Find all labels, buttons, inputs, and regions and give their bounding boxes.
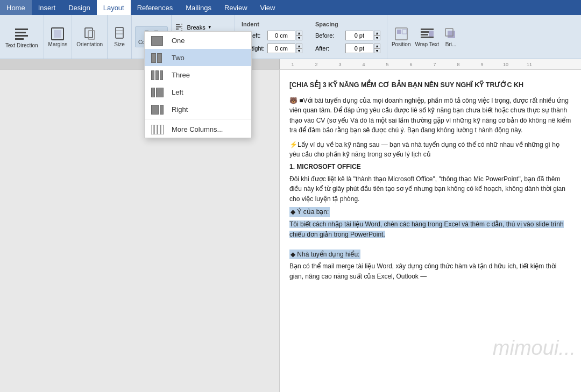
svg-rect-2 bbox=[15, 35, 28, 37]
menu-bar: Home Insert Design Layout References Mai… bbox=[0, 0, 581, 15]
indent-right-input[interactable] bbox=[267, 44, 295, 53]
spacing-before-up[interactable]: ▲ bbox=[374, 31, 380, 35]
doc-title: [CHIA SẺ] 3 KỸ NĂNG MỀM CƠ BẢN BẠN NÊN S… bbox=[289, 81, 571, 90]
breaks-button[interactable]: Breaks ▼ bbox=[176, 24, 211, 31]
columns-two-icon bbox=[151, 52, 166, 63]
svg-rect-0 bbox=[15, 28, 28, 30]
arrange-group: Position Wrap Text Bri... bbox=[387, 15, 463, 59]
columns-two-label: Two bbox=[172, 54, 185, 62]
menu-design[interactable]: Design bbox=[62, 0, 96, 15]
columns-more-option[interactable]: More Columns... bbox=[145, 120, 251, 138]
indent-header: Indent bbox=[242, 21, 302, 27]
svg-rect-28 bbox=[397, 30, 401, 34]
spacing-after-input[interactable] bbox=[345, 44, 373, 53]
spacing-header: Spacing bbox=[315, 21, 380, 27]
breaks-chevron-icon: ▼ bbox=[208, 25, 212, 30]
svg-rect-30 bbox=[421, 28, 434, 30]
doc-para-3: 1. MICROSOFT OFFICE bbox=[289, 162, 571, 172]
columns-two-option[interactable]: Two bbox=[145, 49, 251, 66]
indent-spacing-panel: Indent Left: ▲ ▼ bbox=[235, 15, 581, 59]
margins-label: Margins bbox=[48, 41, 68, 47]
columns-left-label: Left bbox=[172, 88, 183, 96]
text-direction-label: Text Direction bbox=[5, 42, 38, 48]
menu-layout[interactable]: Layout bbox=[97, 0, 131, 15]
spacing-before-input[interactable] bbox=[345, 31, 373, 40]
svg-rect-34 bbox=[421, 37, 434, 38]
columns-three-icon bbox=[151, 69, 166, 80]
text-direction-group: Text Direction bbox=[0, 15, 44, 59]
document-page: [CHIA SẺ] 3 KỸ NĂNG MỀM CƠ BẢN BẠN NÊN S… bbox=[280, 70, 581, 392]
main-area: [CHIA SẺ] 3 KỸ NĂNG MỀM CƠ BẢN BẠN NÊN S… bbox=[0, 70, 581, 392]
indent-left-input[interactable] bbox=[267, 31, 295, 40]
size-button[interactable]: Size bbox=[112, 26, 127, 47]
menu-mailings[interactable]: Mailings bbox=[179, 0, 218, 15]
spacing-after-up[interactable]: ▲ bbox=[374, 44, 380, 48]
svg-rect-13 bbox=[176, 28, 179, 30]
document-area[interactable]: [CHIA SẺ] 3 KỸ NĂNG MỀM CƠ BẢN BẠN NÊN S… bbox=[280, 70, 581, 392]
columns-left-icon bbox=[151, 87, 166, 97]
ruler: 1 2 3 4 5 6 7 8 9 10 11 bbox=[0, 59, 581, 70]
position-label: Position bbox=[392, 41, 411, 47]
indent-left-down[interactable]: ▼ bbox=[296, 35, 302, 40]
menu-insert[interactable]: Insert bbox=[32, 0, 62, 15]
orientation-button[interactable]: Orientation bbox=[76, 26, 103, 47]
columns-three-label: Three bbox=[172, 71, 190, 79]
columns-dropdown: One Two Three Left Right bbox=[144, 31, 252, 138]
size-label: Size bbox=[114, 41, 124, 47]
wrap-text-label: Wrap Text bbox=[415, 41, 439, 47]
indent-right-up[interactable]: ▲ bbox=[296, 44, 302, 48]
spacing-before-label: Before: bbox=[315, 32, 343, 39]
orientation-group: Orientation bbox=[72, 15, 108, 59]
text-direction-button[interactable]: Text Direction bbox=[5, 25, 38, 48]
spacing-after-label: After: bbox=[315, 45, 343, 52]
doc-para-8: Bạn có thể mail merge tài liệu Word, xây… bbox=[289, 261, 571, 281]
margins-button[interactable]: Margins bbox=[48, 26, 68, 47]
menu-home[interactable]: Home bbox=[0, 0, 32, 15]
doc-para-1: 🐻 ■Với bài tuyển dụng của mọi doanh nghi… bbox=[289, 96, 571, 136]
columns-right-label: Right bbox=[172, 105, 188, 113]
doc-para-4: Đôi khi được liệt kê là "thành thạo Micr… bbox=[289, 174, 571, 204]
spacing-section: Spacing Before: ▲ ▼ After: bbox=[309, 15, 387, 59]
margins-group: Margins bbox=[44, 15, 73, 59]
svg-rect-39 bbox=[158, 125, 160, 134]
orientation-label: Orientation bbox=[76, 41, 103, 47]
spacing-before-row: Before: ▲ ▼ bbox=[315, 31, 380, 40]
svg-rect-11 bbox=[176, 24, 180, 25]
columns-right-icon bbox=[151, 104, 166, 115]
svg-rect-12 bbox=[176, 26, 181, 27]
doc-para-2: ⚡Lấy ví dụ về ba kỹ năng sau — bạn và nh… bbox=[289, 140, 571, 160]
columns-more-icon bbox=[151, 124, 166, 134]
svg-rect-33 bbox=[421, 34, 428, 35]
svg-rect-40 bbox=[161, 125, 164, 134]
indent-left-up[interactable]: ▲ bbox=[296, 31, 302, 35]
columns-divider bbox=[145, 119, 251, 119]
wrap-text-button[interactable]: Wrap Text bbox=[415, 26, 439, 47]
svg-rect-37 bbox=[151, 125, 154, 134]
columns-one-icon bbox=[151, 35, 166, 46]
menu-review[interactable]: Review bbox=[218, 0, 254, 15]
position-button[interactable]: Position bbox=[392, 26, 411, 47]
menu-view[interactable]: View bbox=[254, 0, 282, 15]
columns-one-label: One bbox=[172, 37, 185, 45]
bring-forward-button[interactable]: Bri... bbox=[443, 26, 458, 47]
columns-one-option[interactable]: One bbox=[145, 32, 251, 49]
svg-rect-38 bbox=[154, 125, 157, 134]
columns-left-option[interactable]: Left bbox=[145, 83, 251, 101]
svg-rect-1 bbox=[15, 32, 26, 33]
spacing-after-down[interactable]: ▼ bbox=[374, 48, 380, 53]
watermark: mimoui... bbox=[493, 337, 576, 360]
size-group: Size bbox=[108, 15, 132, 59]
menu-references[interactable]: References bbox=[131, 0, 179, 15]
svg-rect-8 bbox=[116, 27, 123, 38]
columns-right-option[interactable]: Right bbox=[145, 101, 251, 118]
columns-more-label: More Columns... bbox=[172, 125, 223, 133]
doc-para-6: Tôi biết cách nhập tài liệu Word, chèn c… bbox=[289, 220, 564, 238]
svg-rect-6 bbox=[85, 28, 93, 38]
columns-three-option[interactable]: Three bbox=[145, 66, 251, 83]
doc-para-7: ◆ Nhà tuyển dụng hiểu: bbox=[289, 250, 360, 260]
svg-rect-5 bbox=[54, 30, 61, 38]
doc-body: 🐻 ■Với bài tuyển dụng của mọi doanh nghi… bbox=[289, 96, 571, 282]
spacing-before-down[interactable]: ▼ bbox=[374, 35, 380, 40]
indent-right-down[interactable]: ▼ bbox=[296, 48, 302, 53]
doc-para-5: ◆ Ý của bạn: bbox=[289, 207, 330, 217]
